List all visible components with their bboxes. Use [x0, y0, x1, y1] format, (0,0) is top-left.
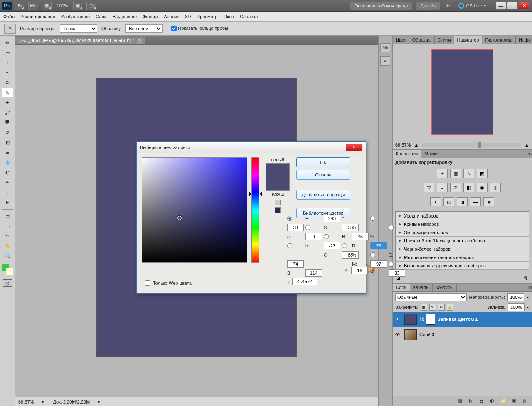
gradient-tool[interactable]: ▰	[2, 148, 13, 157]
delete-layer-icon[interactable]: 🗑	[521, 398, 528, 404]
tab-color[interactable]: Цвет	[393, 36, 409, 44]
tab-masks[interactable]: Маски	[421, 150, 441, 158]
sample-size-select[interactable]: Точка	[60, 24, 97, 33]
saturation-value-field[interactable]	[142, 157, 247, 263]
adj-selective-icon[interactable]: ⊠	[483, 197, 494, 206]
blend-mode-select[interactable]: Обычные	[395, 293, 467, 301]
preset-bw[interactable]: Черно-белое наборов	[396, 245, 529, 253]
color-swatches[interactable]	[2, 264, 13, 275]
b-input[interactable]	[352, 233, 369, 240]
adj-posterize-icon[interactable]: ◫	[443, 197, 454, 206]
lock-pixels-icon[interactable]: ✎	[429, 304, 436, 311]
layer-row[interactable]: 👁 ⛓ Заливка цветом 1	[393, 312, 532, 327]
menu-image[interactable]: Изображение	[61, 14, 90, 19]
marquee-tool[interactable]: ▭	[2, 48, 13, 57]
adj-bw-icon[interactable]: ◧	[463, 183, 474, 192]
add-to-swatches-button[interactable]: Добавить в образцы	[296, 190, 350, 200]
radio-h[interactable]	[287, 216, 292, 221]
dodge-tool[interactable]: ◐	[2, 168, 13, 177]
websafe-swatch-icon[interactable]	[275, 207, 281, 213]
zoom-display[interactable]: 100%	[55, 3, 70, 8]
tab-styles[interactable]: Стили	[435, 36, 454, 44]
show-ring-checkbox[interactable]: Показать кольцо пробы	[171, 26, 228, 32]
menu-view[interactable]: Просмотр	[197, 14, 217, 19]
document-tab[interactable]: DSC_0061.JPG @ 66,7% (Заливка цветом 1, …	[15, 37, 145, 44]
navigator-zoom-value[interactable]: 66.67%	[395, 142, 411, 147]
k-input[interactable]	[351, 267, 368, 274]
layer-name[interactable]: Слой 0	[419, 332, 434, 337]
adj-exposure-icon[interactable]: ◩	[477, 169, 488, 178]
layer-mask-thumbnail[interactable]	[426, 314, 435, 325]
shape-tool[interactable]: ▭	[2, 211, 13, 220]
history-brush-tool[interactable]: ↺	[2, 128, 13, 137]
screen-mode-button[interactable]: ▢	[86, 2, 96, 10]
radio-r[interactable]	[342, 243, 347, 248]
dialog-close-button[interactable]: ✕	[346, 144, 362, 151]
workspace-design[interactable]: Дизайн	[416, 2, 440, 10]
move-tool[interactable]: ✥	[2, 38, 13, 47]
new-fill-adj-icon[interactable]: ◐	[488, 398, 496, 404]
hue-slider[interactable]	[251, 157, 259, 263]
3d-tool[interactable]: ⬚	[2, 221, 13, 230]
panel-menu-icon[interactable]: ▾≡	[526, 150, 532, 158]
panel-menu-icon[interactable]: ▾≡	[526, 284, 532, 291]
adj-mixer-icon[interactable]: ◎	[490, 183, 501, 192]
radio-a[interactable]	[389, 225, 394, 230]
navigator-thumbnail[interactable]	[431, 49, 493, 135]
ok-button[interactable]: OK	[296, 157, 350, 167]
adj-trash-icon[interactable]: 🗑	[524, 276, 528, 281]
radio-s[interactable]	[305, 225, 310, 230]
gamut-warning-icon[interactable]	[275, 200, 281, 205]
opacity-input[interactable]	[507, 293, 524, 301]
visibility-icon[interactable]: 👁	[395, 317, 402, 322]
tab-histogram[interactable]: Гистограмма	[482, 36, 516, 44]
eyedropper-tool[interactable]: ✎	[2, 88, 13, 97]
crop-tool[interactable]: ⧉	[2, 78, 13, 87]
status-zoom[interactable]: 66,67%	[18, 399, 34, 404]
menu-file[interactable]: Файл	[3, 14, 15, 19]
hand-tool[interactable]: ✋	[2, 241, 13, 250]
opacity-dropdown-icon[interactable]: ▸	[527, 295, 529, 300]
quickselect-tool[interactable]: ✦	[2, 68, 13, 77]
menu-analysis[interactable]: Анализ	[164, 14, 179, 19]
navigator-zoom-slider[interactable]	[422, 143, 521, 147]
tab-navigator[interactable]: Навигатор	[454, 36, 483, 44]
layer-thumbnail[interactable]	[404, 329, 417, 340]
minibridge-dock-icon[interactable]: Mb	[380, 43, 390, 52]
r-input[interactable]	[370, 242, 387, 249]
adj-levels-icon[interactable]: ▥	[450, 169, 461, 178]
preset-exposure[interactable]: Экспозиция наборов	[396, 228, 529, 237]
tab-layers[interactable]: Слои	[393, 284, 410, 291]
close-tab-icon[interactable]: ✕	[137, 38, 142, 43]
menu-edit[interactable]: Редактирование	[20, 14, 55, 19]
fx-icon[interactable]: fx	[467, 398, 474, 404]
g-input[interactable]	[287, 260, 304, 268]
adj-photofilter-icon[interactable]: ◉	[477, 183, 488, 192]
adj-hue-icon[interactable]: ≡	[437, 183, 448, 192]
preset-levels[interactable]: Уровни наборов	[396, 212, 529, 220]
cancel-button[interactable]: Отмена	[296, 170, 350, 180]
hex-input[interactable]	[292, 278, 317, 285]
preset-selective[interactable]: Выборочная коррекция цвета наборов	[396, 262, 529, 270]
tab-adjustments[interactable]: Коррекция	[393, 150, 421, 158]
adj-invert-icon[interactable]: ▪	[430, 197, 441, 206]
arrange-docs-button[interactable]: ▣	[73, 2, 83, 10]
fill-input[interactable]	[508, 303, 525, 311]
bridge-button[interactable]: Br	[15, 2, 25, 10]
visibility-icon[interactable]: 👁	[395, 332, 402, 337]
history-dock-icon[interactable]: ≡	[380, 56, 390, 66]
new-layer-icon[interactable]: ▣	[510, 398, 517, 404]
blur-tool[interactable]: 💧	[2, 158, 13, 167]
more-workspaces[interactable]: ≫	[443, 3, 452, 8]
path-select-tool[interactable]: ▶	[2, 198, 13, 207]
stamp-tool[interactable]: ⛊	[2, 118, 13, 127]
layer-row[interactable]: 👁 Слой 0	[393, 327, 532, 342]
y-input[interactable]	[389, 269, 405, 277]
web-only-checkbox[interactable]	[145, 280, 150, 286]
status-doc-info[interactable]: Док: 2,20M/2,20M	[53, 399, 90, 404]
navigator-zoom-out-icon[interactable]: ▲	[414, 142, 419, 147]
lock-position-icon[interactable]: ✥	[438, 304, 445, 311]
menu-select[interactable]: Выделение	[113, 14, 137, 19]
pen-tool[interactable]: ✒	[2, 178, 13, 187]
zoom-tool[interactable]: 🔍	[2, 251, 13, 260]
